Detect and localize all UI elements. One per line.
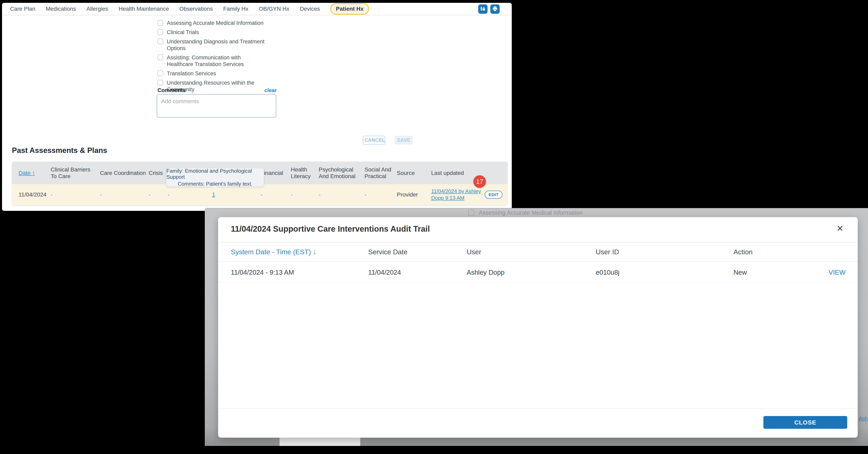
tab-health-maintenance[interactable]: Health Maintenance [119, 6, 169, 12]
column-health-literacy: Health Literacy [291, 166, 319, 180]
tab-family-hx[interactable]: Family Hx [223, 6, 248, 12]
cell-clinical-barriers: - [51, 191, 100, 198]
cell-last-updated-link[interactable]: 11/04/2024 by Ashley Dopp 9:13 AM [431, 188, 485, 201]
cell-user-id: e010u8j [596, 269, 734, 276]
lock-document-button[interactable] [478, 4, 488, 14]
checkbox-row: Assessing Accurate Medical Information [157, 20, 271, 26]
column-system-date-time-sortable[interactable]: System Date - Time (EST) ↓ [231, 248, 368, 256]
checkbox-label: Assisting: Communication with Healthcare… [167, 54, 268, 68]
tab-medications[interactable]: Medications [46, 6, 76, 12]
step-badge: 17 [473, 175, 486, 188]
checkbox-row: Clinical Trials [157, 29, 271, 36]
checkbox-row: Understanding Diagnosis and Treatment Op… [157, 38, 271, 52]
column-user-id: User ID [596, 248, 734, 256]
tab-observations[interactable]: Observations [179, 6, 213, 12]
print-icon [492, 6, 498, 12]
clear-comments-link[interactable]: clear [265, 87, 277, 93]
comments-header: Comments clear [157, 87, 277, 93]
column-last-updated: Last updated [431, 170, 485, 176]
close-icon[interactable]: ✕ [837, 224, 843, 233]
checkbox-label: Understanding Diagnosis and Treatment Op… [167, 38, 268, 52]
checkbox-clinical-trials[interactable] [157, 29, 163, 35]
column-date-sortable[interactable]: Date ↑ [19, 170, 51, 176]
print-button[interactable] [490, 4, 500, 14]
cell-source: Provider [397, 191, 431, 198]
comments-label: Comments [157, 87, 186, 93]
checkbox-understanding-resources[interactable] [157, 80, 163, 85]
close-button[interactable]: CLOSE [764, 416, 847, 429]
checkbox-label: Assessing Accurate Medical Information [167, 20, 264, 26]
cell-system-date-time: 11/04/2024 - 9:13 AM [231, 269, 368, 276]
cell-hidden-1: - [167, 191, 212, 198]
cell-family-count-link[interactable]: 1 [212, 191, 260, 198]
checkbox-label: Translation Services [167, 70, 216, 77]
checkbox-label: Clinical Trials [167, 29, 199, 36]
tab-care-plan[interactable]: Care Plan [10, 6, 35, 12]
tab-devices[interactable]: Devices [300, 6, 320, 12]
column-financial: Financial [260, 170, 291, 176]
cell-care-coordination: - [100, 191, 149, 198]
cell-service-date: 11/04/2024 [368, 269, 467, 276]
column-clinical-barriers: Clinical Barriers To Care [51, 166, 100, 180]
column-source: Source [397, 170, 431, 176]
audit-table-header-row: System Date - Time (EST) ↓ Service Date … [218, 242, 858, 262]
checkbox-row: Translation Services [157, 70, 271, 77]
audit-table-row: 11/04/2024 - 9:13 AM 11/04/2024 Ashley D… [218, 262, 858, 283]
comments-input[interactable] [157, 94, 276, 118]
edit-button[interactable]: EDIT [485, 191, 502, 199]
nav-action-icons [478, 4, 500, 14]
modal-dim-overlay: Assessing Accurate Medical Information A… [205, 208, 868, 446]
dimmed-checkbox [468, 210, 474, 216]
family-support-tooltip: Family: Emotional and Psychological Supp… [166, 168, 264, 187]
cell-action: New [734, 269, 827, 276]
dimmed-checkbox-row: Assessing Accurate Medical Information [468, 209, 583, 216]
dimmed-checkbox-label: Assessing Accurate Medical Information [479, 209, 583, 216]
cell-user: Ashley Dopp [467, 269, 596, 276]
lock-document-icon [480, 6, 486, 12]
screenshot-canvas: Care Plan Medications Allergies Health M… [0, 0, 868, 454]
tab-obgyn-hx[interactable]: OB/GYN Hx [259, 6, 289, 12]
checkbox-translation-services[interactable] [157, 70, 163, 76]
dimmed-clipped-link: Ashl [859, 416, 868, 422]
cell-health-literacy: - [291, 191, 319, 198]
tooltip-line-2: Comments: Patient's family text. [178, 181, 253, 187]
patient-chart-page: Care Plan Medications Allergies Health M… [2, 3, 512, 211]
audit-trail-modal: 11/04/2024 Supportive Care Interventions… [218, 217, 858, 437]
column-crisis: Crisis [149, 170, 167, 176]
column-action: Action [734, 248, 827, 256]
tooltip-arrow [212, 186, 218, 190]
cell-financial: - [260, 191, 291, 198]
checkbox-row: Assisting: Communication with Healthcare… [157, 54, 271, 68]
checkbox-assisting-communication[interactable] [157, 55, 163, 60]
column-service-date: Service Date [368, 248, 467, 256]
cell-date: 11/04/2024 [19, 191, 51, 198]
past-assessments-heading: Past Assessments & Plans [12, 146, 107, 155]
tab-patient-hx[interactable]: Patient Hx [331, 3, 369, 14]
column-social-practical: Social And Practical [365, 166, 397, 180]
cell-crisis: - [149, 191, 167, 198]
checkbox-understanding-diagnosis[interactable] [157, 38, 163, 44]
table-row: 11/04/2024 - - - - 1 - - - - Provider 11… [12, 184, 507, 205]
tab-allergies[interactable]: Allergies [87, 6, 108, 12]
cell-social-practical: - [365, 191, 397, 198]
tooltip-line-1: Family: Emotional and Psychological Supp… [166, 168, 264, 180]
checkbox-assessing-accurate-medical-information[interactable] [157, 20, 163, 26]
column-psychological-emotional: Psychological And Emotional [319, 166, 365, 180]
column-care-coordination: Care Coordination [100, 170, 149, 176]
column-user: User [467, 248, 596, 256]
cell-psychological-emotional: - [319, 191, 365, 198]
view-link[interactable]: VIEW [829, 269, 845, 276]
modal-title: 11/04/2024 Supportive Care Interventions… [231, 224, 430, 234]
cancel-button[interactable]: CANCEL [363, 136, 385, 145]
chart-tab-bar: Care Plan Medications Allergies Health M… [2, 3, 512, 16]
save-button[interactable]: SAVE [395, 136, 413, 145]
intervention-checkbox-list: Assessing Accurate Medical Information C… [157, 20, 271, 93]
